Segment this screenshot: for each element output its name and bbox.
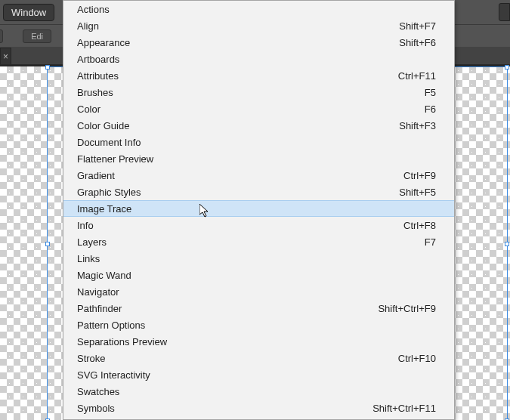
menu-item-pattern-options[interactable]: Pattern Options [63,317,454,333]
menu-item-label: Brushes [77,87,425,98]
menu-item-label: Layers [77,236,425,248]
menu-item-align[interactable]: AlignShift+F7 [63,17,454,34]
menu-item-info[interactable]: InfoCtrl+F8 [63,217,454,233]
menu-item-label: Gradient [77,170,403,181]
menu-item-label: Symbols [77,403,372,414]
menu-item-label: Attributes [77,70,398,82]
menu-item-label: SVG Interactivity [77,369,436,381]
menu-item-pathfinder[interactable]: PathfinderShift+Ctrl+F9 [63,300,454,317]
menu-item-shortcut: Shift+Ctrl+F11 [372,403,436,414]
menu-item-stroke[interactable]: StrokeCtrl+F10 [63,350,454,366]
menu-item-color[interactable]: ColorF6 [63,100,454,117]
menu-item-transform[interactable]: TransformShift+F8 [63,416,454,420]
menu-item-label: Flattener Preview [77,153,436,165]
menu-item-label: Artboards [77,54,436,65]
menu-item-label: Document Info [77,137,436,148]
menu-item-artboards[interactable]: Artboards [63,51,454,67]
menu-item-label: Pattern Options [77,320,436,331]
menu-item-shortcut: F7 [425,236,436,248]
menu-item-shortcut: F5 [425,87,436,98]
menu-item-separations-preview[interactable]: Separations Preview [63,333,454,350]
menu-item-shortcut: Ctrl+F10 [398,353,436,364]
options-button-partial-d[interactable]: d [0,29,3,43]
menu-item-graphic-styles[interactable]: Graphic StylesShift+F5 [63,184,454,200]
toolbar-right-edge-button[interactable] [499,3,510,21]
close-icon[interactable]: × [1,51,11,62]
menu-item-layers[interactable]: LayersF7 [63,233,454,250]
menu-item-label: Swatches [77,386,436,397]
menu-item-label: Separations Preview [77,336,436,347]
menu-item-label: Appearance [77,37,399,48]
menu-item-document-info[interactable]: Document Info [63,134,454,150]
menu-item-swatches[interactable]: Swatches [63,383,454,400]
menu-item-shortcut: Shift+F7 [399,20,436,32]
menu-item-shortcut: Ctrl+F9 [403,170,436,181]
menu-item-label: Align [77,20,399,32]
menu-item-links[interactable]: Links [63,250,454,267]
menu-item-symbols[interactable]: SymbolsShift+Ctrl+F11 [63,400,454,416]
menu-item-shortcut: Shift+F3 [399,120,436,131]
menu-item-shortcut: Ctrl+F8 [403,220,436,231]
menu-item-gradient[interactable]: GradientCtrl+F9 [63,167,454,184]
menu-item-shortcut: Ctrl+F11 [398,70,436,82]
menu-item-shortcut: F6 [425,103,436,115]
menu-item-image-trace[interactable]: Image Trace [63,200,454,217]
menu-item-actions[interactable]: Actions [63,1,454,17]
menu-item-label: Actions [77,4,436,15]
menu-item-shortcut: Shift+F6 [399,37,436,48]
menu-item-shortcut: Shift+F5 [399,187,436,198]
menu-item-brushes[interactable]: BrushesF5 [63,84,454,100]
menu-item-label: Color [77,103,425,115]
menu-item-shortcut: Shift+Ctrl+F9 [378,303,436,314]
menu-item-label: Navigator [77,286,436,298]
menu-item-label: Stroke [77,353,398,364]
menu-item-magic-wand[interactable]: Magic Wand [63,267,454,283]
menu-item-label: Pathfinder [77,303,378,314]
window-menu-button[interactable]: Window [3,4,54,21]
menu-item-label: Links [77,253,436,264]
menu-item-label: Color Guide [77,120,399,131]
menu-item-navigator[interactable]: Navigator [63,283,454,300]
menu-item-flattener-preview[interactable]: Flattener Preview [63,150,454,167]
menu-item-svg-interactivity[interactable]: SVG Interactivity [63,366,454,383]
menu-item-label: Magic Wand [77,270,436,281]
menu-item-label: Graphic Styles [77,187,399,198]
menu-item-label: Info [77,220,403,231]
menu-item-color-guide[interactable]: Color GuideShift+F3 [63,117,454,134]
options-button-edit[interactable]: Edi [23,29,51,43]
document-tab[interactable]: × [0,48,11,64]
menu-item-appearance[interactable]: AppearanceShift+F6 [63,34,454,51]
menu-item-attributes[interactable]: AttributesCtrl+F11 [63,67,454,84]
menu-item-label: Image Trace [77,203,436,215]
window-dropdown-menu[interactable]: ActionsAlignShift+F7AppearanceShift+F6Ar… [63,0,455,420]
